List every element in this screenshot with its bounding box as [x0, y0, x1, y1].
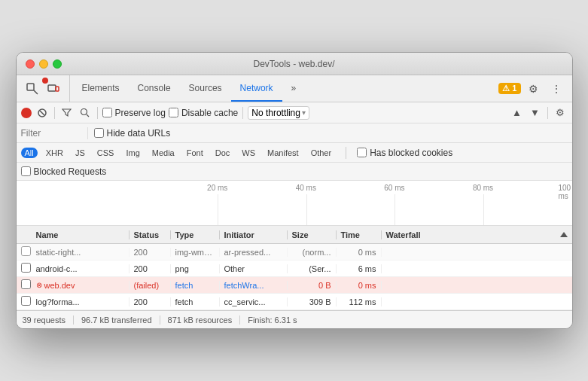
td-name-2: ⊗ web.dev: [32, 281, 129, 290]
type-bar: All XHR JS CSS Img Media Font Doc WS Man…: [17, 143, 572, 163]
label-100ms: 100 ms: [559, 184, 572, 200]
tab-elements[interactable]: Elements: [73, 75, 129, 102]
table-row[interactable]: static-right... 200 img-wmm... ar-presse…: [17, 244, 572, 261]
label-80ms: 80 ms: [473, 184, 493, 192]
table-row[interactable]: android-c... 200 png Other (Ser... 6 ms: [17, 261, 572, 277]
td-size-3: 309 B: [288, 297, 337, 306]
network-toolbar: Preserve log Disable cache No throttling…: [17, 102, 572, 123]
settings2-icon[interactable]: ⚙: [553, 105, 568, 120]
blocked-requests-checkbox[interactable]: [21, 166, 31, 176]
search-icon[interactable]: [78, 105, 93, 120]
row-checkbox[interactable]: [21, 279, 31, 289]
device-toggle-button[interactable]: [44, 79, 63, 99]
type-js[interactable]: JS: [72, 148, 89, 158]
svg-line-5: [40, 111, 44, 115]
download-icon[interactable]: ▼: [528, 105, 543, 120]
td-size-1: (Ser...: [288, 264, 337, 273]
type-manifest[interactable]: Manifest: [264, 148, 303, 158]
svg-rect-2: [48, 85, 56, 91]
type-ws[interactable]: WS: [238, 148, 259, 158]
td-time-1: 6 ms: [337, 264, 382, 273]
disable-cache-checkbox[interactable]: [169, 108, 178, 117]
svg-line-1: [34, 90, 38, 94]
td-status-3: 200: [129, 297, 171, 306]
th-name[interactable]: Name: [32, 230, 129, 239]
hide-data-urls-label[interactable]: Hide data URLs: [94, 128, 171, 139]
table-rows: static-right... 200 img-wmm... ar-presse…: [17, 244, 572, 310]
row-checkbox[interactable]: [21, 263, 31, 273]
type-img[interactable]: Img: [122, 148, 143, 158]
warning-badge[interactable]: ⚠ 1: [498, 83, 520, 94]
preserve-log-label[interactable]: Preserve log: [102, 108, 166, 118]
label-40ms: 40 ms: [296, 184, 316, 192]
type-xhr[interactable]: XHR: [42, 148, 67, 158]
devtools-icons: [23, 75, 70, 102]
table-row-error[interactable]: ⊗ web.dev (failed) fetch fetchWra... 0 B…: [17, 277, 572, 294]
type-doc[interactable]: Doc: [212, 148, 234, 158]
separator2: [97, 107, 98, 119]
grid-line-60: [395, 194, 395, 225]
th-type[interactable]: Type: [171, 230, 220, 239]
maximize-button[interactable]: [53, 59, 62, 69]
th-initiator[interactable]: Initiator: [220, 230, 288, 239]
grid-line-20: [218, 194, 218, 225]
filter-icon[interactable]: [59, 105, 75, 120]
upload-icon[interactable]: ▲: [510, 105, 525, 120]
devtools-window: DevTools - web.dev/ Elements Console Sou: [16, 52, 573, 329]
minimize-button[interactable]: [39, 59, 48, 69]
close-button[interactable]: [26, 59, 35, 69]
blocked-requests-label[interactable]: Blocked Requests: [21, 166, 107, 177]
td-status-1: 200: [129, 264, 171, 273]
preserve-log-checkbox[interactable]: [102, 108, 112, 117]
svg-point-6: [81, 109, 87, 115]
td-time-0: 0 ms: [337, 248, 382, 257]
tab-console[interactable]: Console: [129, 75, 180, 102]
th-time[interactable]: Time: [337, 230, 382, 239]
th-waterfall[interactable]: Waterfall: [382, 230, 572, 239]
grid-line-100: [572, 194, 573, 225]
th-size[interactable]: Size: [288, 230, 337, 239]
grid-line-40: [306, 194, 307, 225]
table-header: Name Status Type Initiator Size Time Wat…: [17, 226, 572, 244]
throttle-select[interactable]: No throttling ▾: [248, 106, 309, 120]
td-status-2: (failed): [129, 281, 171, 290]
separator4: [547, 107, 548, 119]
hide-data-urls-checkbox[interactable]: [94, 128, 104, 138]
resources-size: 871 kB resources: [160, 315, 241, 325]
disable-cache-label[interactable]: Disable cache: [169, 108, 238, 118]
td-initiator-1: Other: [220, 264, 288, 273]
type-sep: [346, 147, 346, 159]
row-checkbox[interactable]: [21, 296, 31, 306]
grid-line-80: [483, 194, 484, 225]
th-status[interactable]: Status: [129, 230, 171, 239]
svg-rect-0: [27, 84, 34, 90]
type-other[interactable]: Other: [307, 148, 336, 158]
tab-sources[interactable]: Sources: [180, 75, 231, 102]
clear-button[interactable]: [35, 105, 50, 120]
tab-more[interactable]: »: [282, 75, 306, 102]
td-type-0: img-wmm...: [171, 248, 220, 257]
td-initiator-0: ar-pressed...: [220, 248, 288, 257]
error-icon: ⊗: [36, 281, 42, 289]
type-css[interactable]: CSS: [93, 148, 118, 158]
record-button[interactable]: [21, 108, 32, 118]
inspect-element-button[interactable]: [23, 79, 42, 99]
window-title: DevTools - web.dev/: [253, 59, 334, 69]
td-type-2: fetch: [171, 281, 220, 290]
titlebar: DevTools - web.dev/: [17, 53, 572, 75]
label-60ms: 60 ms: [384, 184, 404, 192]
has-blocked-cookies-checkbox[interactable]: [357, 148, 367, 157]
filter-input[interactable]: [21, 128, 81, 139]
more-options-icon[interactable]: ⋮: [547, 79, 566, 99]
status-bar: 39 requests 96.7 kB transferred 871 kB r…: [17, 310, 572, 328]
type-all[interactable]: All: [21, 148, 38, 158]
type-media[interactable]: Media: [148, 148, 178, 158]
has-blocked-cookies-label[interactable]: Has blocked cookies: [357, 148, 452, 158]
td-status-0: 200: [129, 248, 171, 257]
row-checkbox[interactable]: [21, 246, 31, 256]
type-font[interactable]: Font: [183, 148, 207, 158]
td-type-3: fetch: [171, 297, 220, 306]
settings-icon[interactable]: ⚙: [524, 79, 544, 99]
table-row[interactable]: log?forma... 200 fetch cc_servic... 309 …: [17, 294, 572, 310]
tab-network[interactable]: Network: [231, 75, 282, 102]
